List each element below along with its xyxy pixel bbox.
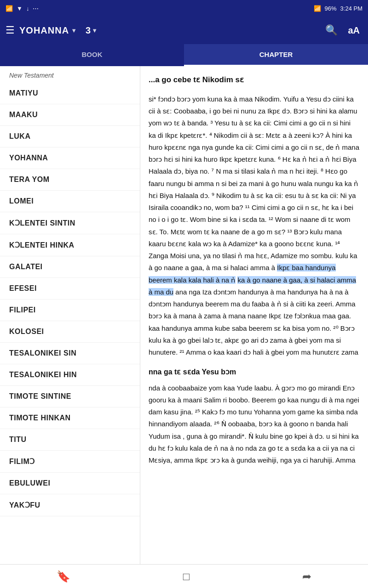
search-icon[interactable]: 🔍 (322, 22, 340, 39)
sidebar-item-efesei[interactable]: EFESEI (0, 278, 140, 300)
chapter-chevron-icon: ▼ (92, 27, 98, 34)
status-bar: 📶 ▼ ↓ ⋯ 📶 96% 3:24 PM (0, 0, 368, 17)
sidebar-item-filipei[interactable]: FILIPEI (0, 300, 140, 321)
reading-text-1: si* fɔndɔ bɔrɔ yom kuna ka à maa Nikodim… (149, 93, 360, 359)
share-icon[interactable]: ➦ (293, 566, 321, 587)
sidebar-item-tesalonikei-hin[interactable]: TESALONIKEI HIN (0, 364, 140, 386)
sidebar-item-galatei[interactable]: GALATEI (0, 256, 140, 278)
bluetooth-icon: 📶 (6, 5, 13, 12)
chapter-title: ...a go cebe tɛ Nikodim sɛ (149, 74, 360, 87)
tab-chapter-label: CHAPTER (259, 51, 293, 58)
sidebar-item-lomei[interactable]: LOMEI (0, 191, 140, 212)
book-name: YOHANNA (19, 25, 69, 36)
time-display: 3:24 PM (340, 5, 362, 12)
book-title-group[interactable]: YOHANNA ▼ (19, 25, 77, 36)
status-bar-left-icons: 📶 ▼ ↓ ⋯ (6, 5, 39, 12)
sidebar-item-tera-yom[interactable]: TERA YOM (0, 169, 140, 191)
tab-bar: BOOK CHAPTER (0, 44, 368, 66)
sidebar-item-maaku[interactable]: MAAKU (0, 104, 140, 126)
sidebar-item-kolentei-hinka[interactable]: KƆLENTEI HINKA (0, 234, 140, 256)
sidebar-item-titu[interactable]: TITU (0, 429, 140, 451)
sidebar-item-matiyu[interactable]: MATIYU (0, 83, 140, 104)
bookmark-icon[interactable]: 🔖 (47, 566, 80, 587)
sidebar-item-filimo[interactable]: FILIMƆ (0, 451, 140, 473)
book-chevron-icon: ▼ (71, 27, 77, 34)
tab-chapter[interactable]: CHAPTER (184, 44, 368, 66)
reading-content[interactable]: ...a go cebe tɛ Nikodim sɛ si* fɔndɔ bɔr… (140, 66, 368, 564)
wifi-icon: ▼ (17, 5, 23, 12)
sidebar-item-kolentei-sintin[interactable]: KƆLENTEI SINTIN (0, 212, 140, 234)
menu-icon[interactable]: ☰ (6, 24, 15, 36)
main-content: New Testament MATIYUMAAKULUKAYOHANNATERA… (0, 66, 368, 564)
sidebar-item-yakofu[interactable]: YAKƆFU (0, 494, 140, 516)
sidebar: New Testament MATIYUMAAKULUKAYOHANNATERA… (0, 66, 140, 564)
reading-text-2: nda à coobaabaize yom kaa Yude laabu. À … (149, 382, 360, 467)
tab-book-label: BOOK (82, 51, 103, 58)
copy-icon[interactable]: □ (174, 566, 199, 587)
sidebar-item-ebuluwei[interactable]: EBULUWEI (0, 473, 140, 494)
bottom-bar: 🔖 □ ➦ (0, 564, 368, 588)
font-size-icon[interactable]: aA (345, 23, 362, 39)
wifi-signal-icon: 📶 (314, 5, 321, 12)
sidebar-item-timote-sintine[interactable]: TIMOTE SINTINE (0, 386, 140, 407)
toolbar: ☰ YOHANNA ▼ 3 ▼ 🔍 aA (0, 17, 368, 44)
section-heading-2: nna ga tɛ sɛda Yesu bɔm (149, 366, 360, 378)
chapter-number: 3 (86, 25, 91, 36)
more-icon: ⋯ (33, 5, 39, 12)
sidebar-item-kolosei[interactable]: KOLOSEI (0, 321, 140, 343)
battery-percent: 96% (325, 5, 337, 12)
sidebar-item-luka[interactable]: LUKA (0, 126, 140, 147)
sidebar-item-tesalonikei-sin[interactable]: TESALONIKEI SIN (0, 343, 140, 364)
tab-book[interactable]: BOOK (0, 44, 184, 66)
sidebar-section-header: New Testament (0, 66, 140, 83)
sidebar-item-timote-hinkan[interactable]: TIMOTE HINKAN (0, 407, 140, 429)
sidebar-item-yohanna[interactable]: YOHANNA (0, 147, 140, 169)
download-icon: ↓ (26, 5, 29, 12)
chapter-group[interactable]: 3 ▼ (86, 25, 98, 36)
